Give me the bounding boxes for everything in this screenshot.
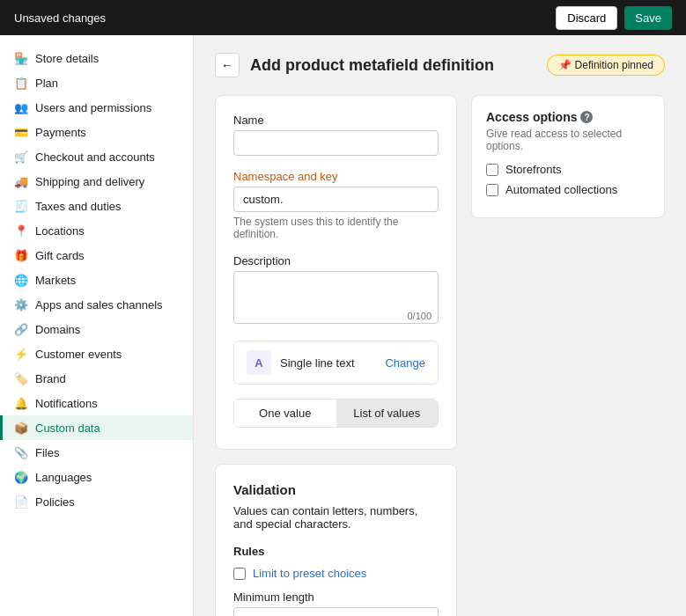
apps-icon: ⚙️ [14, 297, 28, 312]
sidebar-item-customer-events[interactable]: ⚡ Customer events [0, 341, 193, 366]
topbar: Unsaved changes Discard Save [0, 0, 686, 35]
back-button[interactable]: ← [215, 53, 240, 77]
name-input[interactable] [233, 130, 439, 156]
sidebar-item-brand[interactable]: 🏷️ Brand [0, 366, 193, 391]
save-button[interactable]: Save [624, 6, 672, 30]
sidebar-label-domains: Domains [35, 323, 80, 336]
content-grid: Name Namespace and key The system uses t… [215, 95, 665, 616]
sidebar-item-taxes-duties[interactable]: 🧾 Taxes and duties [0, 194, 193, 218]
files-icon: 📎 [14, 445, 28, 459]
sidebar-label-plan: Plan [35, 77, 58, 90]
storefronts-label: Storefronts [505, 163, 562, 176]
sidebar-label-shipping-delivery: Shipping and delivery [35, 175, 144, 188]
topbar-actions: Discard Save [556, 6, 672, 30]
sidebar-label-policies: Policies [35, 495, 75, 509]
namespace-label: Namespace and key [233, 170, 439, 183]
sidebar-label-markets: Markets [35, 274, 76, 287]
validation-title: Validation [233, 482, 439, 497]
sidebar-label-store-details: Store details [35, 52, 99, 65]
change-link[interactable]: Change [385, 356, 425, 370]
namespace-hint: The system uses this to identify the def… [233, 216, 439, 240]
char-count: 0/100 [407, 311, 432, 321]
namespace-group: Namespace and key The system uses this t… [233, 170, 439, 240]
sidebar-item-languages[interactable]: 🌍 Languages [0, 465, 193, 489]
brand-icon: 🏷️ [14, 371, 28, 385]
sidebar-item-domains[interactable]: 🔗 Domains [0, 317, 193, 341]
checkout-icon: 🛒 [14, 150, 28, 164]
gift-icon: 🎁 [14, 248, 28, 262]
description-label: Description [233, 254, 439, 268]
page-title: Add product metafield definition [250, 56, 536, 75]
limit-label: Limit to preset choices [253, 567, 366, 580]
bell-icon: 🔔 [14, 396, 28, 410]
automated-checkbox[interactable] [486, 184, 498, 196]
sidebar-item-gift-cards[interactable]: 🎁 Gift cards [0, 243, 193, 268]
pinned-badge: 📌 Definition pinned [547, 55, 665, 76]
users-icon: 👥 [14, 100, 28, 114]
main-card: Name Namespace and key The system uses t… [215, 95, 457, 450]
sidebar-label-apps-sales: Apps and sales channels [35, 298, 163, 312]
sidebar-label-taxes-duties: Taxes and duties [35, 200, 122, 213]
right-column: Access options ? Give read access to sel… [471, 95, 665, 616]
limit-checkbox[interactable] [233, 568, 246, 580]
shipping-icon: 🚚 [14, 174, 28, 188]
list-of-values-button[interactable]: List of values [336, 400, 439, 427]
events-icon: ⚡ [14, 347, 28, 361]
sidebar-item-files[interactable]: 📎 Files [0, 440, 193, 465]
page-header: ← Add product metafield definition 📌 Def… [215, 53, 665, 77]
storefronts-checkbox[interactable] [486, 164, 498, 176]
layout: 🏪 Store details 📋 Plan 👥 Users and permi… [0, 35, 686, 616]
access-desc: Give read access to selected options. [486, 128, 650, 152]
sidebar-item-checkout-accounts[interactable]: 🛒 Checkout and accounts [0, 144, 193, 169]
sidebar-item-locations[interactable]: 📍 Locations [0, 218, 193, 243]
policies-icon: 📄 [14, 495, 28, 509]
location-icon: 📍 [14, 224, 28, 238]
sidebar-label-files: Files [35, 446, 59, 459]
name-label: Name [233, 114, 439, 127]
sidebar-item-custom-data[interactable]: 📦 Custom data [0, 415, 193, 440]
namespace-input[interactable] [233, 187, 439, 212]
name-group: Name [233, 114, 439, 156]
pin-icon: 📌 [558, 59, 572, 71]
sidebar-item-policies[interactable]: 📄 Policies [0, 489, 193, 514]
validation-desc: Values can contain letters, numbers, and… [233, 504, 439, 531]
min-length-input[interactable] [233, 607, 439, 616]
sidebar-label-users-permissions: Users and permissions [35, 101, 151, 114]
automated-label: Automated collections [505, 183, 617, 196]
sidebar-item-users-permissions[interactable]: 👥 Users and permissions [0, 95, 193, 120]
custom-icon: 📦 [14, 421, 28, 435]
sidebar-label-languages: Languages [35, 471, 92, 484]
sidebar-label-locations: Locations [35, 224, 85, 238]
sidebar-item-notifications[interactable]: 🔔 Notifications [0, 391, 193, 415]
main-content: ← Add product metafield definition 📌 Def… [194, 35, 686, 616]
help-icon[interactable]: ? [580, 111, 593, 123]
value-toggle-group: One value List of values [233, 399, 439, 428]
sidebar-item-payments[interactable]: 💳 Payments [0, 120, 193, 144]
discard-button[interactable]: Discard [556, 6, 617, 30]
description-group: Description 0/100 [233, 254, 439, 326]
rules-title: Rules [233, 545, 439, 558]
validation-card: Validation Values can contain letters, n… [215, 464, 457, 616]
sidebar-item-plan[interactable]: 📋 Plan [0, 70, 193, 95]
left-column: Name Namespace and key The system uses t… [215, 95, 457, 616]
payments-icon: 💳 [14, 125, 28, 139]
sidebar-label-brand: Brand [35, 372, 66, 385]
sidebar: 🏪 Store details 📋 Plan 👥 Users and permi… [0, 35, 194, 616]
type-icon: A [247, 350, 271, 375]
automated-option: Automated collections [486, 183, 650, 196]
type-name: Single line text [280, 356, 355, 370]
sidebar-item-markets[interactable]: 🌐 Markets [0, 268, 193, 292]
access-title-text: Access options [486, 110, 577, 124]
pinned-label: Definition pinned [575, 59, 653, 71]
sidebar-item-apps-sales[interactable]: ⚙️ Apps and sales channels [0, 292, 193, 317]
one-value-button[interactable]: One value [234, 400, 336, 427]
sidebar-item-shipping-delivery[interactable]: 🚚 Shipping and delivery [0, 169, 193, 194]
sidebar-item-store-details[interactable]: 🏪 Store details [0, 46, 193, 70]
domains-icon: 🔗 [14, 322, 28, 336]
unsaved-changes-label: Unsaved changes [14, 11, 106, 25]
type-selector: A Single line text Change [233, 341, 439, 385]
min-length-label: Minimum length [233, 590, 439, 604]
sidebar-label-gift-cards: Gift cards [35, 249, 85, 262]
plan-icon: 📋 [14, 76, 28, 90]
languages-icon: 🌍 [14, 470, 28, 484]
